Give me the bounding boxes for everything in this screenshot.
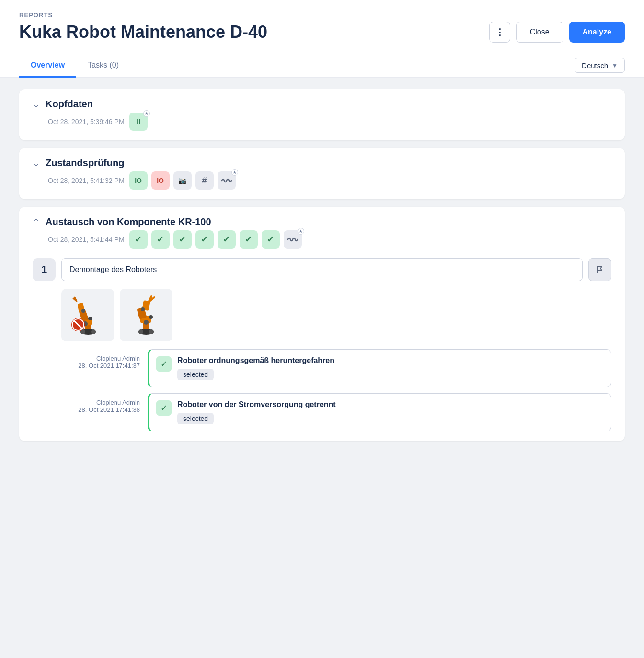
step-1-container: 1 <box>33 258 611 431</box>
check-badge-7: ✓ <box>262 230 280 249</box>
check-item-2-meta: Cioplenu Admin 28. Oct 2021 17:41:38 <box>61 393 148 431</box>
check-badge-2: ✓ <box>151 230 170 249</box>
kopfdaten-icons: ⏸ ★ <box>129 113 148 131</box>
wavy-star-badge: ★ <box>218 171 236 190</box>
svg-point-17 <box>144 320 149 325</box>
pause-badge: ⏸ ★ <box>129 113 148 131</box>
svg-point-19 <box>141 307 145 311</box>
io-green-label: IO <box>135 177 142 184</box>
star-icon: ★ <box>231 169 238 176</box>
austausch-icons: ✓ ✓ ✓ ✓ ✓ ✓ ✓ ★ <box>129 230 302 249</box>
check-item-2: Cioplenu Admin 28. Oct 2021 17:41:38 ✓ R… <box>61 393 611 431</box>
chevron-down-icon: ▼ <box>612 62 618 69</box>
step-1-title-input[interactable] <box>61 258 583 281</box>
wavy-icon <box>221 177 232 184</box>
header: REPORTS Kuka Robot Maintenance D-40 ⋮ Cl… <box>0 0 644 43</box>
star-icon: ★ <box>298 228 304 235</box>
check-item-2-status: selected <box>177 413 214 424</box>
svg-point-22 <box>149 329 154 334</box>
close-button[interactable]: Close <box>516 22 564 43</box>
more-icon: ⋮ <box>495 27 504 37</box>
wavy-icon-2 <box>288 236 298 243</box>
check-badge-5: ✓ <box>218 230 236 249</box>
check-icon-1: ✓ <box>156 356 172 372</box>
check-item-1-meta: Cioplenu Admin 28. Oct 2021 17:41:37 <box>61 349 148 387</box>
check-icon-2: ✓ <box>156 400 172 416</box>
check-item-1: Cioplenu Admin 28. Oct 2021 17:41:37 ✓ R… <box>61 349 611 387</box>
kopfdaten-date: Oct 28, 2021, 5:39:46 PM <box>48 118 125 125</box>
pause-icon: ⏸ <box>135 118 142 125</box>
check-item-2-content: Roboter von der Stromversorgung getrennt… <box>177 400 603 424</box>
step-1-check-items: Cioplenu Admin 28. Oct 2021 17:41:37 ✓ R… <box>61 349 611 431</box>
svg-point-6 <box>81 309 85 313</box>
austausch-title: Austausch von Komponente KR-100 <box>46 216 211 227</box>
io-red-badge: IO <box>151 171 170 190</box>
check-item-1-date: 28. Oct 2021 17:41:37 <box>78 362 140 369</box>
zustand-icons: IO IO 📷 # <box>129 171 236 190</box>
robot-image-2 <box>120 289 172 341</box>
chevron-down-icon[interactable]: ⌄ <box>33 158 40 169</box>
chevron-down-icon[interactable]: ⌄ <box>33 99 40 110</box>
austausch-date: Oct 28, 2021, 5:41:44 PM <box>48 236 125 243</box>
svg-point-21 <box>138 329 143 334</box>
hash-badge: # <box>196 171 214 190</box>
language-value: Deutsch <box>582 61 608 69</box>
flag-icon <box>595 265 605 274</box>
check-item-1-title: Roboter ordnungsgemäß heruntergefahren <box>177 356 603 365</box>
kopfdaten-meta: Oct 28, 2021, 5:39:46 PM ⏸ ★ <box>48 113 611 131</box>
wavy-star-badge-2: ★ <box>284 230 302 249</box>
robot-image-1 <box>61 289 114 341</box>
check-item-1-user: Cioplenu Admin <box>96 355 140 362</box>
more-options-button[interactable]: ⋮ <box>489 22 510 43</box>
language-selector[interactable]: Deutsch ▼ <box>575 58 625 73</box>
tab-overview[interactable]: Overview <box>19 54 76 78</box>
check-badge-3: ✓ <box>173 230 192 249</box>
kopfdaten-title: Kopfdaten <box>46 99 93 110</box>
robot-arm-icon-1 <box>66 294 109 337</box>
check-badge-6: ✓ <box>240 230 258 249</box>
check-item-1-card: ✓ Roboter ordnungsgemäß heruntergefahren… <box>148 349 611 387</box>
check-item-2-user: Cioplenu Admin <box>96 399 140 406</box>
page-wrapper: REPORTS Kuka Robot Maintenance D-40 ⋮ Cl… <box>0 0 644 658</box>
tab-tasks[interactable]: Tasks (0) <box>76 54 130 78</box>
svg-point-18 <box>149 315 153 319</box>
check-item-1-content: Roboter ordnungsgemäß heruntergefahren s… <box>177 356 603 380</box>
check-item-2-date: 28. Oct 2021 17:41:38 <box>78 406 140 413</box>
content-area: ⌄ Kopfdaten Oct 28, 2021, 5:39:46 PM ⏸ ★… <box>0 78 644 658</box>
section-austausch-header: ⌃ Austausch von Komponente KR-100 <box>33 216 611 227</box>
check-item-2-card: ✓ Roboter von der Stromversorgung getren… <box>148 393 611 431</box>
header-actions: ⋮ Close Analyze <box>489 22 625 43</box>
robot-arm-icon-2 <box>125 294 168 337</box>
step-1-images <box>61 289 611 341</box>
step-1-flag-button[interactable] <box>588 258 611 281</box>
io-red-label: IO <box>157 177 164 184</box>
camera-badge: 📷 <box>173 171 192 190</box>
section-zustandspruefung: ⌄ Zustandsprüfung Oct 28, 2021, 5:41:32 … <box>19 148 625 199</box>
zustand-meta: Oct 28, 2021, 5:41:32 PM IO IO 📷 <box>48 171 611 190</box>
svg-point-5 <box>88 317 92 320</box>
check-badge-1: ✓ <box>129 230 148 249</box>
hash-icon: # <box>202 176 207 186</box>
tabs: Overview Tasks (0) <box>19 54 130 77</box>
tabs-row: Overview Tasks (0) Deutsch ▼ <box>0 54 644 78</box>
page-title: Kuka Robot Maintenance D-40 <box>19 22 267 42</box>
austausch-meta: Oct 28, 2021, 5:41:44 PM ✓ ✓ ✓ ✓ ✓ ✓ ✓ ★ <box>48 230 611 249</box>
breadcrumb: REPORTS <box>19 11 625 19</box>
section-zustand-header: ⌄ Zustandsprüfung <box>33 158 611 169</box>
chevron-up-icon[interactable]: ⌃ <box>33 217 40 227</box>
step-1-number: 1 <box>33 258 56 281</box>
camera-icon: 📷 <box>178 177 186 184</box>
header-row: Kuka Robot Maintenance D-40 ⋮ Close Anal… <box>19 22 625 43</box>
step-1-row: 1 <box>33 258 611 281</box>
zustand-date: Oct 28, 2021, 5:41:32 PM <box>48 177 125 184</box>
star-icon: ★ <box>143 110 150 117</box>
check-badge-4: ✓ <box>196 230 214 249</box>
zustand-title: Zustandsprüfung <box>46 158 124 169</box>
section-kopfdaten: ⌄ Kopfdaten Oct 28, 2021, 5:39:46 PM ⏸ ★ <box>19 89 625 140</box>
analyze-button[interactable]: Analyze <box>569 22 625 43</box>
check-item-1-status: selected <box>177 369 214 380</box>
section-kopfdaten-header: ⌄ Kopfdaten <box>33 99 611 110</box>
check-item-2-title: Roboter von der Stromversorgung getrennt <box>177 400 603 409</box>
svg-point-9 <box>91 329 96 334</box>
io-green-badge: IO <box>129 171 148 190</box>
